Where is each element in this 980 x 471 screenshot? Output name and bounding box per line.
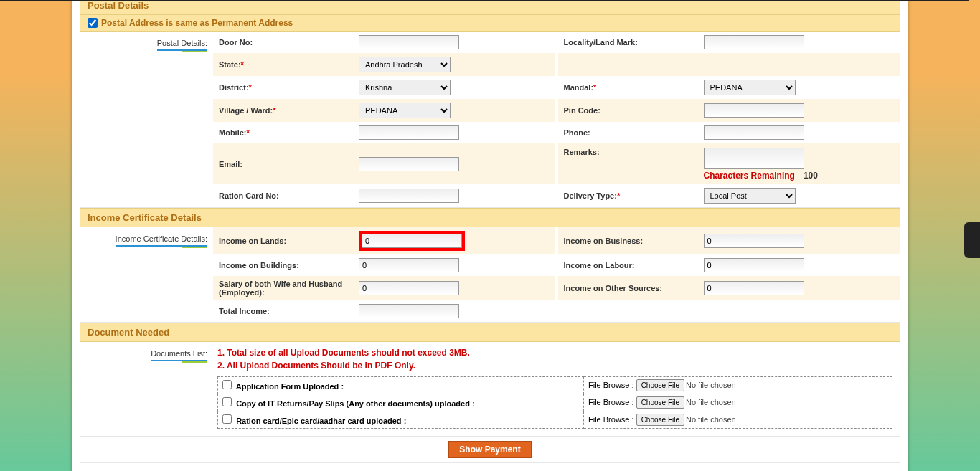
same-address-row: Postal Address is same as Permanent Addr… <box>80 15 900 32</box>
textarea-remarks[interactable] <box>704 148 804 169</box>
doc-1-label: Application Form Uploaded : <box>236 382 344 391</box>
file-status-1: No file chosen <box>686 381 736 389</box>
input-door-no[interactable] <box>359 35 459 49</box>
chars-remaining-label: Characters Remaining <box>704 171 795 181</box>
input-income-lands[interactable] <box>362 234 462 248</box>
file-status-3: No file chosen <box>686 415 736 424</box>
label-mandal: Mandal:* <box>564 83 704 92</box>
choose-file-1-button[interactable]: Choose File <box>636 379 684 391</box>
label-email: Email: <box>219 160 359 168</box>
label-income-buildings: Income on Buildings: <box>219 261 359 270</box>
label-remarks: Remarks: <box>564 148 704 156</box>
select-village[interactable]: PEDANA <box>359 103 451 118</box>
label-mobile: Mobile:* <box>219 128 359 137</box>
file-browse-label-1: File Browse : <box>588 381 634 389</box>
label-locality: Locality/Land Mark: <box>564 38 704 47</box>
same-address-checkbox[interactable] <box>88 18 98 28</box>
section-header-income: Income Certificate Details <box>80 208 900 227</box>
input-income-total[interactable] <box>359 304 459 318</box>
select-mandal[interactable]: PEDANA <box>704 80 796 95</box>
label-income-salary: Salary of both Wife and Husband (Employe… <box>219 280 359 297</box>
input-locality[interactable] <box>704 35 804 49</box>
table-row: Ration card/Epic card/aadhar card upload… <box>218 411 892 429</box>
input-income-salary[interactable] <box>359 281 459 295</box>
doc-note-2: 2. All Upload Documents Should be in PDF… <box>217 359 892 372</box>
show-payment-button[interactable]: Show Payment <box>448 441 531 458</box>
highlight-income-lands <box>359 231 465 251</box>
documents-table: Application Form Uploaded : File Browse … <box>217 376 892 429</box>
label-income-lands: Income on Lands: <box>219 237 359 245</box>
label-pincode: Pin Code: <box>564 106 704 115</box>
doc-3-checkbox[interactable] <box>222 414 232 424</box>
input-income-buildings[interactable] <box>359 258 459 272</box>
label-state: State:* <box>219 60 359 69</box>
input-income-business[interactable] <box>704 234 804 248</box>
choose-file-2-button[interactable]: Choose File <box>636 396 684 409</box>
label-delivery: Delivery Type:* <box>564 191 704 200</box>
choose-file-3-button[interactable]: Choose File <box>636 414 684 426</box>
input-email[interactable] <box>359 157 459 171</box>
sidebar-documents-label: Documents List: <box>151 349 207 361</box>
doc-2-label: Copy of IT Returns/Pay Slips (Any other … <box>236 399 474 408</box>
input-ration[interactable] <box>359 189 459 203</box>
input-mobile[interactable] <box>359 125 459 140</box>
label-income-business: Income on Business: <box>564 237 704 245</box>
file-browse-label-3: File Browse : <box>588 415 634 424</box>
doc-note-1: 1. Total size of all Upload Documents sh… <box>217 346 892 359</box>
file-status-2: No file chosen <box>686 398 736 406</box>
file-browse-label-2: File Browse : <box>588 398 634 406</box>
doc-2-checkbox[interactable] <box>222 397 232 406</box>
sidebar-income-label: Income Certificate Details: <box>116 234 207 247</box>
same-address-label: Postal Address is same as Permanent Addr… <box>101 18 293 28</box>
select-state[interactable]: Andhra Pradesh <box>359 57 451 72</box>
select-district[interactable]: Krishna <box>359 80 451 95</box>
input-income-other[interactable] <box>704 281 804 295</box>
section-header-postal: Postal Details <box>80 0 900 15</box>
label-phone: Phone: <box>564 128 704 137</box>
doc-notes: 1. Total size of all Upload Documents sh… <box>217 342 892 376</box>
doc-1-checkbox[interactable] <box>222 380 232 389</box>
doc-3-label: Ration card/Epic card/aadhar card upload… <box>236 417 406 425</box>
sidebar-postal-label: Postal Details: <box>157 39 207 51</box>
label-village: Village / Ward:* <box>219 106 359 115</box>
label-district: District:* <box>219 83 359 92</box>
input-pincode[interactable] <box>704 103 804 118</box>
label-income-labour: Income on Labour: <box>564 261 704 270</box>
label-ration: Ration Card No: <box>219 191 359 200</box>
page-scroll-area[interactable]: Postal Details Postal Address is same as… <box>0 0 980 471</box>
label-income-total: Total Income: <box>219 307 359 315</box>
label-income-other: Income on Other Sources: <box>564 284 704 292</box>
label-door-no: Door No: <box>219 38 359 47</box>
input-phone[interactable] <box>704 125 804 140</box>
section-header-documents: Document Needed <box>80 323 900 342</box>
chars-remaining-count: 100 <box>804 171 818 181</box>
table-row: Copy of IT Returns/Pay Slips (Any other … <box>218 394 892 411</box>
input-income-labour[interactable] <box>704 258 804 272</box>
table-row: Application Form Uploaded : File Browse … <box>218 377 892 394</box>
select-delivery[interactable]: Local Post <box>704 188 796 204</box>
help-sidebar-tab[interactable] <box>964 222 980 258</box>
